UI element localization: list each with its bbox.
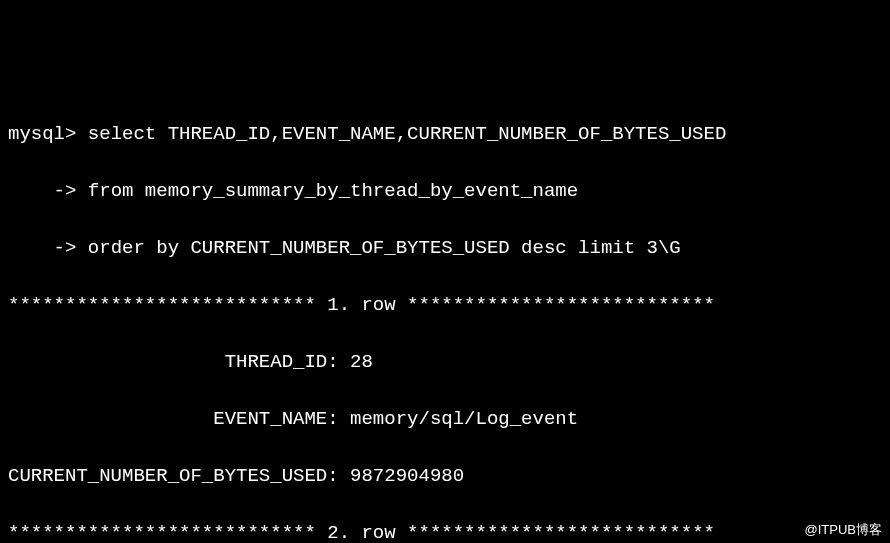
row1-thread-id: THREAD_ID: 28	[8, 348, 882, 377]
query-line-1: mysql> select THREAD_ID,EVENT_NAME,CURRE…	[8, 120, 882, 149]
row1-bytes-used: CURRENT_NUMBER_OF_BYTES_USED: 9872904980	[8, 462, 882, 491]
continuation-prompt: ->	[8, 180, 76, 202]
sql-order: order by CURRENT_NUMBER_OF_BYTES_USED de…	[76, 237, 680, 259]
sql-from: from memory_summary_by_thread_by_event_n…	[76, 180, 578, 202]
watermark: @ITPUB博客	[805, 520, 882, 540]
query-line-2: -> from memory_summary_by_thread_by_even…	[8, 177, 882, 206]
field-label-bytes-used: CURRENT_NUMBER_OF_BYTES_USED:	[8, 465, 350, 487]
field-label-thread-id: THREAD_ID:	[8, 351, 350, 373]
sql-select: select THREAD_ID,EVENT_NAME,CURRENT_NUMB…	[76, 123, 726, 145]
value-bytes-used: 9872904980	[350, 465, 464, 487]
row1-event-name: EVENT_NAME: memory/sql/Log_event	[8, 405, 882, 434]
value-thread-id: 28	[350, 351, 373, 373]
query-line-3: -> order by CURRENT_NUMBER_OF_BYTES_USED…	[8, 234, 882, 263]
mysql-prompt: mysql>	[8, 123, 76, 145]
continuation-prompt: ->	[8, 237, 76, 259]
row-separator-1: *************************** 1. row *****…	[8, 291, 882, 320]
value-event-name: memory/sql/Log_event	[350, 408, 578, 430]
row-separator-2: *************************** 2. row *****…	[8, 519, 882, 543]
field-label-event-name: EVENT_NAME:	[8, 408, 350, 430]
